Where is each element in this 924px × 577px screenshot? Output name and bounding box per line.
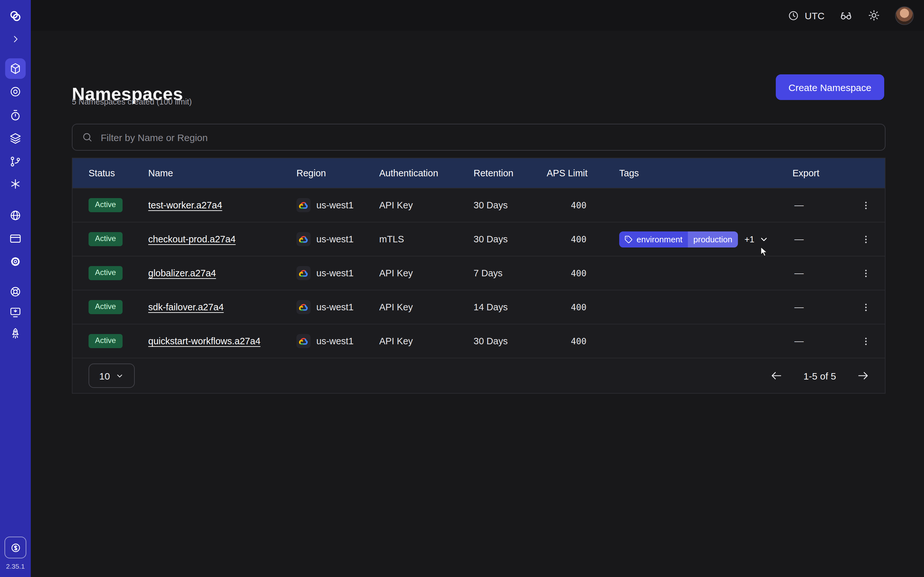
guides-monitor-icon: [9, 306, 22, 319]
timezone-label: UTC: [804, 10, 825, 21]
sidebar-item-support[interactable]: [8, 284, 23, 300]
nexus-asterisk-icon: [9, 177, 22, 190]
sidebar-item-nexus[interactable]: [8, 176, 23, 192]
tag-pill[interactable]: environment production: [619, 231, 738, 247]
auth-label: API Key: [379, 336, 473, 346]
auth-label: API Key: [379, 302, 473, 312]
row-menu-button[interactable]: [857, 298, 875, 316]
row-menu-button[interactable]: [857, 230, 875, 248]
sidebar-item-namespaces[interactable]: [5, 58, 26, 79]
auth-label: API Key: [379, 200, 473, 210]
expand-chevron-icon[interactable]: [8, 31, 23, 47]
col-status: Status: [73, 168, 148, 178]
table-footer: 10 1-5 of 5: [73, 358, 885, 393]
gcp-icon: [296, 232, 310, 246]
table-row: Active checkout-prod.a27a4 us-west1 mTLS…: [73, 222, 885, 256]
status-badge: Active: [89, 334, 122, 348]
deployments-branch-icon: [9, 155, 22, 168]
col-aps-limit: APS Limit: [547, 168, 619, 178]
clock-icon: [787, 9, 800, 21]
region-label: us-west1: [317, 234, 354, 244]
retention-label: 30 Days: [473, 336, 547, 346]
retention-label: 14 Days: [473, 302, 547, 312]
region-label: us-west1: [317, 268, 354, 278]
getting-started-rocket-icon: [9, 327, 22, 340]
chevron-down-icon: [759, 234, 768, 244]
sun-icon: [867, 9, 880, 22]
region-label: us-west1: [317, 336, 354, 346]
pagination-range: 1-5 of 5: [803, 370, 836, 381]
table-row: Active test-worker.a27a4 us-west1 API Ke…: [73, 188, 885, 222]
aps-limit-value: 400: [547, 336, 619, 346]
tags-expand-button[interactable]: [759, 234, 768, 244]
gcp-icon: [296, 334, 310, 348]
namespace-link[interactable]: sdk-failover.a27a4: [148, 302, 224, 312]
prev-page-button[interactable]: [769, 368, 784, 384]
namespace-link[interactable]: test-worker.a27a4: [148, 200, 222, 210]
gcp-icon: [296, 266, 310, 280]
sidebar-item-schedules[interactable]: [8, 108, 23, 123]
sidebar-item-guides[interactable]: [8, 305, 23, 320]
feedback-button[interactable]: [838, 8, 853, 23]
sidebar-item-billing[interactable]: [8, 231, 23, 246]
theme-toggle[interactable]: [867, 8, 881, 23]
timezone-selector[interactable]: UTC: [787, 9, 825, 21]
create-namespace-button[interactable]: Create Namespace: [776, 74, 884, 100]
gcp-icon: [296, 198, 310, 212]
table-row: Active sdk-failover.a27a4 us-west1 API K…: [73, 290, 885, 324]
auth-label: API Key: [379, 268, 473, 278]
settings-gear-icon: [9, 255, 22, 268]
row-menu-button[interactable]: [857, 264, 875, 282]
filter-bar: [72, 124, 885, 151]
status-badge: Active: [89, 300, 122, 314]
auth-label: mTLS: [379, 234, 473, 244]
usage-dollar-icon: [9, 542, 21, 554]
filter-input[interactable]: [99, 131, 876, 143]
sidebar-item-usage[interactable]: [5, 537, 26, 558]
arrow-right-icon: [857, 369, 869, 382]
table-row: Active globalizer.a27a4 us-west1 API Key…: [73, 256, 885, 290]
tags-cell: environment production +1: [619, 231, 792, 247]
export-value: —: [792, 268, 804, 278]
sidebar-item-getting-started[interactable]: [8, 326, 23, 341]
tag-icon: [624, 235, 633, 243]
aps-limit-value: 400: [547, 302, 619, 312]
sidebar-item-stacks[interactable]: [8, 131, 23, 146]
page-size-select[interactable]: 10: [89, 364, 135, 388]
col-region: Region: [296, 168, 379, 178]
col-tags: Tags: [619, 168, 792, 178]
table-row: Active quickstart-workflows.a27a4 us-wes…: [73, 324, 885, 358]
retention-label: 30 Days: [473, 234, 547, 244]
sidebar: 2.35.1: [0, 0, 31, 577]
table-header-row: Status Name Region Authentication Retent…: [73, 158, 885, 188]
status-badge: Active: [89, 232, 122, 246]
export-value: —: [792, 200, 804, 210]
sidebar-item-monitors[interactable]: [8, 84, 23, 99]
topbar: UTC: [31, 0, 924, 31]
billing-card-icon: [9, 232, 22, 245]
sidebar-item-world[interactable]: [8, 208, 23, 223]
status-badge: Active: [89, 198, 122, 212]
schedules-timer-icon: [9, 109, 22, 122]
row-menu-button[interactable]: [857, 332, 875, 350]
retention-label: 7 Days: [473, 268, 547, 278]
page-size-value: 10: [99, 370, 110, 381]
export-value: —: [792, 234, 804, 244]
app-version: 2.35.1: [0, 562, 31, 570]
temporal-logo[interactable]: [8, 8, 23, 24]
user-avatar[interactable]: [895, 6, 914, 25]
namespace-link[interactable]: globalizer.a27a4: [148, 268, 216, 278]
col-authentication: Authentication: [379, 168, 473, 178]
row-menu-button[interactable]: [857, 196, 875, 214]
namespace-link[interactable]: checkout-prod.a27a4: [148, 234, 236, 244]
monitors-target-icon: [9, 85, 22, 98]
region-label: us-west1: [317, 200, 354, 210]
sidebar-item-deployments[interactable]: [8, 154, 23, 169]
namespaces-table: Status Name Region Authentication Retent…: [72, 158, 885, 394]
aps-limit-value: 400: [547, 234, 619, 244]
next-page-button[interactable]: [855, 368, 871, 384]
app-window: 2.35.1 UTC Namespaces 5 Namespaces creat…: [0, 0, 924, 577]
tag-key-label: environment: [636, 234, 682, 244]
sidebar-item-settings[interactable]: [8, 254, 23, 269]
namespace-link[interactable]: quickstart-workflows.a27a4: [148, 336, 260, 346]
